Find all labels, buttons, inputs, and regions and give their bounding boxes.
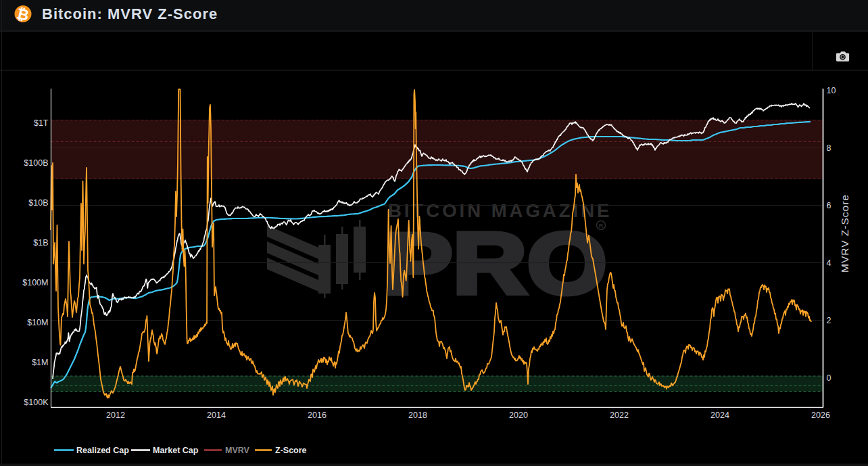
svg-text:2014: 2014	[207, 411, 226, 420]
svg-text:$100K: $100K	[24, 398, 49, 407]
svg-text:2022: 2022	[610, 411, 629, 420]
svg-text:2024: 2024	[710, 411, 729, 420]
svg-text:$100M: $100M	[22, 278, 48, 287]
svg-text:2012: 2012	[106, 411, 125, 420]
svg-text:Z-Score: Z-Score	[275, 446, 307, 455]
svg-text:2020: 2020	[509, 411, 528, 420]
svg-text:8: 8	[827, 143, 831, 153]
svg-text:Market Cap: Market Cap	[153, 446, 199, 455]
svg-text:2026: 2026	[811, 411, 830, 420]
svg-text:R: R	[599, 223, 604, 229]
svg-text:6: 6	[827, 201, 831, 210]
svg-text:$100B: $100B	[24, 158, 48, 168]
svg-text:$10M: $10M	[27, 318, 48, 327]
svg-text:2016: 2016	[308, 411, 327, 420]
svg-text:$1T: $1T	[34, 118, 49, 128]
svg-text:MVRV Z-Score: MVRV Z-Score	[839, 194, 850, 273]
svg-text:$1M: $1M	[32, 358, 48, 367]
svg-text:4: 4	[827, 258, 831, 268]
svg-text:$1B: $1B	[33, 238, 48, 248]
svg-text:2: 2	[827, 316, 831, 325]
svg-text:Bitcoin: MVRV Z-Score: Bitcoin: MVRV Z-Score	[42, 5, 218, 22]
svg-text:2018: 2018	[408, 411, 427, 420]
svg-text:10: 10	[827, 86, 836, 95]
svg-text:0: 0	[827, 373, 831, 383]
svg-text:MVRV: MVRV	[225, 446, 250, 455]
svg-text:$10B: $10B	[28, 198, 48, 208]
svg-text:Realized Cap: Realized Cap	[76, 446, 129, 455]
